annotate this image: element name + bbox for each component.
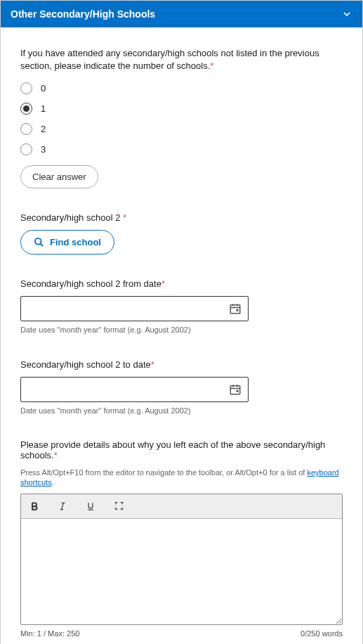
svg-line-14 <box>62 503 63 509</box>
panel-title: Other Secondary/High Schools <box>11 8 155 20</box>
italic-button[interactable] <box>55 498 70 514</box>
fullscreen-button[interactable] <box>111 498 126 514</box>
min-max-label: Min: 1 / Max: 250 <box>20 629 79 638</box>
from-date-label: Secondary/high school 2 from date* <box>20 278 343 289</box>
to-date-helper: Date uses "month year" format (e.g. Augu… <box>20 406 343 416</box>
school-count-radio-group: 0 1 2 3 <box>20 82 343 155</box>
rich-text-editor <box>20 494 343 625</box>
panel-header[interactable]: Other Secondary/High Schools <box>1 1 362 27</box>
to-date-input[interactable] <box>20 377 249 402</box>
underline-button[interactable] <box>83 498 98 514</box>
svg-rect-7 <box>230 385 240 394</box>
from-date-helper: Date uses "month year" format (e.g. Augu… <box>20 325 343 335</box>
svg-point-0 <box>35 238 41 245</box>
search-icon <box>34 237 44 247</box>
intro-question: If you have attended any secondary/high … <box>20 47 343 72</box>
radio-option-2[interactable]: 2 <box>20 123 343 135</box>
word-count: 0/250 words <box>301 629 343 638</box>
svg-rect-2 <box>230 305 240 314</box>
svg-rect-6 <box>237 309 239 311</box>
svg-rect-11 <box>237 389 239 392</box>
editor-toolbar <box>21 494 342 519</box>
radio-option-0[interactable]: 0 <box>20 82 343 94</box>
required-asterisk: * <box>210 60 213 71</box>
from-date-input[interactable] <box>20 296 249 321</box>
form-panel: Other Secondary/High Schools If you have… <box>0 0 363 644</box>
details-label: Please provide details about why you lef… <box>20 439 343 461</box>
clear-answer-button[interactable]: Clear answer <box>20 165 98 188</box>
details-helper: Press Alt/Opt+F10 from the editor to nav… <box>20 468 343 488</box>
bold-button[interactable] <box>27 498 42 514</box>
svg-line-1 <box>40 244 43 247</box>
find-school-button[interactable]: Find school <box>20 230 114 255</box>
radio-option-3[interactable]: 3 <box>20 143 343 155</box>
radio-option-1[interactable]: 1 <box>20 103 343 115</box>
editor-footer: Min: 1 / Max: 250 0/250 words <box>20 629 343 638</box>
school2-label: Secondary/high school 2 * <box>20 212 343 223</box>
calendar-icon[interactable] <box>229 302 242 315</box>
panel-body: If you have attended any secondary/high … <box>1 27 362 644</box>
calendar-icon[interactable] <box>229 383 242 396</box>
chevron-down-icon <box>341 8 352 20</box>
to-date-label: Secondary/high school 2 to date* <box>20 359 343 370</box>
editor-textarea[interactable] <box>21 519 342 624</box>
